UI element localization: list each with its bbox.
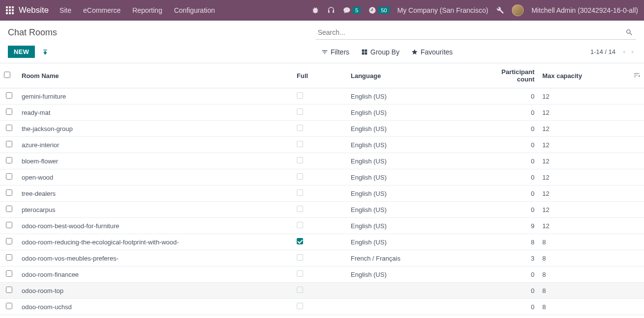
main-menu: Site eCommerce Reporting Configuration <box>59 6 215 14</box>
cell-max-capacity: 12 <box>538 121 629 137</box>
table-row[interactable]: odoo-room-uchsd08 <box>0 299 644 315</box>
row-checkbox[interactable] <box>6 206 12 212</box>
row-checkbox[interactable] <box>6 222 12 228</box>
row-checkbox[interactable] <box>6 125 12 131</box>
row-checkbox[interactable] <box>6 303 12 309</box>
row-checkbox[interactable] <box>6 287 12 293</box>
search-icon[interactable] <box>625 28 633 36</box>
cell-room-name: odoo-room-top <box>18 283 293 299</box>
cell-room-name: odoo-room-best-wood-for-furniture <box>18 218 293 234</box>
cell-language: English (US) <box>347 121 484 137</box>
table-row[interactable]: odoo-room-top08 <box>0 283 644 299</box>
row-checkbox[interactable] <box>6 92 12 99</box>
pager-prev-icon[interactable] <box>620 49 627 55</box>
new-button[interactable]: NEW <box>8 46 35 58</box>
col-room-name[interactable]: Room Name <box>18 63 293 88</box>
user-menu[interactable]: Mitchell Admin (30242924-16-0-all) <box>532 6 638 14</box>
cell-room-name: odoo-room-financee <box>18 266 293 283</box>
full-checkbox[interactable] <box>297 222 303 228</box>
cell-participant-count: 0 <box>484 88 538 105</box>
table-row[interactable]: odoo-room-vos-meubles-preferes-French / … <box>0 250 644 266</box>
avatar[interactable] <box>512 4 524 16</box>
pager-next-icon[interactable] <box>629 49 636 55</box>
cell-participant-count: 0 <box>484 137 538 153</box>
cell-language: English (US) <box>347 105 484 121</box>
support-icon[interactable] <box>327 6 335 14</box>
table-row[interactable]: odoo-room-best-wood-for-furnitureEnglish… <box>0 218 644 234</box>
cell-room-name: tree-dealers <box>18 186 293 202</box>
cell-language: English (US) <box>347 186 484 202</box>
row-checkbox[interactable] <box>6 270 12 277</box>
table-row[interactable]: ready-matEnglish (US)012 <box>0 105 644 121</box>
cell-max-capacity: 12 <box>538 169 629 186</box>
cell-language: English (US) <box>347 153 484 169</box>
full-checkbox[interactable] <box>297 270 303 277</box>
optional-fields-icon[interactable] <box>633 72 640 79</box>
table-row[interactable]: tree-dealersEnglish (US)012 <box>0 186 644 202</box>
col-participant-count[interactable]: Participant count <box>484 63 538 88</box>
svg-rect-4 <box>9 9 11 11</box>
cell-full <box>293 88 347 105</box>
table-row[interactable]: bloem-flowerEnglish (US)012 <box>0 153 644 169</box>
row-checkbox[interactable] <box>6 238 12 244</box>
row-checkbox[interactable] <box>6 141 12 147</box>
search-input[interactable] <box>316 26 636 40</box>
groupby-button[interactable]: Group By <box>361 48 399 56</box>
full-checkbox[interactable] <box>297 189 303 196</box>
full-checkbox[interactable] <box>297 238 303 244</box>
cell-max-capacity: 12 <box>538 137 629 153</box>
filters-label: Filters <box>331 48 349 56</box>
table-row[interactable]: azure-interiorEnglish (US)012 <box>0 137 644 153</box>
cell-language: English (US) <box>347 137 484 153</box>
table-row[interactable]: open-woodEnglish (US)012 <box>0 169 644 186</box>
favourites-button[interactable]: Favourites <box>411 48 452 56</box>
full-checkbox[interactable] <box>297 287 303 293</box>
row-checkbox[interactable] <box>6 173 12 180</box>
row-checkbox[interactable] <box>6 108 12 115</box>
cell-max-capacity: 8 <box>538 234 629 250</box>
company-selector[interactable]: My Company (San Francisco) <box>397 6 488 14</box>
table-row[interactable]: the-jackson-groupEnglish (US)012 <box>0 121 644 137</box>
download-icon[interactable] <box>42 49 49 55</box>
full-checkbox[interactable] <box>297 108 303 115</box>
menu-configuration[interactable]: Configuration <box>174 6 215 14</box>
row-checkbox[interactable] <box>6 189 12 196</box>
cell-participant-count: 9 <box>484 218 538 234</box>
table-row[interactable]: gemini-furnitureEnglish (US)012 <box>0 88 644 105</box>
app-brand[interactable]: Website <box>19 5 49 15</box>
full-checkbox[interactable] <box>297 141 303 147</box>
debug-icon[interactable] <box>311 6 319 14</box>
timer-icon[interactable]: 50 <box>368 6 389 14</box>
table-row[interactable]: pterocarpusEnglish (US)012 <box>0 202 644 218</box>
cell-full <box>293 299 347 315</box>
cell-room-name: open-wood <box>18 169 293 186</box>
row-checkbox[interactable] <box>6 254 12 261</box>
full-checkbox[interactable] <box>297 173 303 180</box>
systray: 5 50 My Company (San Francisco) Mitchell… <box>311 4 638 16</box>
col-full[interactable]: Full <box>293 63 347 88</box>
col-max-capacity[interactable]: Max capacity <box>538 63 629 88</box>
full-checkbox[interactable] <box>297 92 303 99</box>
col-language[interactable]: Language <box>347 63 484 88</box>
filters-button[interactable]: Filters <box>321 48 349 56</box>
top-navbar: Website Site eCommerce Reporting Configu… <box>0 0 644 21</box>
full-checkbox[interactable] <box>297 125 303 131</box>
apps-icon[interactable] <box>6 6 14 14</box>
tools-icon[interactable] <box>496 6 504 14</box>
pager-text[interactable]: 1-14 / 14 <box>590 48 616 55</box>
cell-participant-count: 0 <box>484 186 538 202</box>
menu-site[interactable]: Site <box>59 6 71 14</box>
svg-rect-7 <box>9 12 11 14</box>
full-checkbox[interactable] <box>297 303 303 309</box>
menu-reporting[interactable]: Reporting <box>132 6 162 14</box>
full-checkbox[interactable] <box>297 206 303 212</box>
menu-ecommerce[interactable]: eCommerce <box>83 6 120 14</box>
table-row[interactable]: odoo-room-financeeEnglish (US)08 <box>0 266 644 283</box>
row-checkbox[interactable] <box>6 157 12 163</box>
select-all-checkbox[interactable] <box>4 72 10 78</box>
cell-room-name: odoo-room-uchsd <box>18 299 293 315</box>
table-row[interactable]: odoo-room-reducing-the-ecological-footpr… <box>0 234 644 250</box>
full-checkbox[interactable] <box>297 157 303 163</box>
messages-icon[interactable]: 5 <box>343 6 361 14</box>
full-checkbox[interactable] <box>297 254 303 261</box>
